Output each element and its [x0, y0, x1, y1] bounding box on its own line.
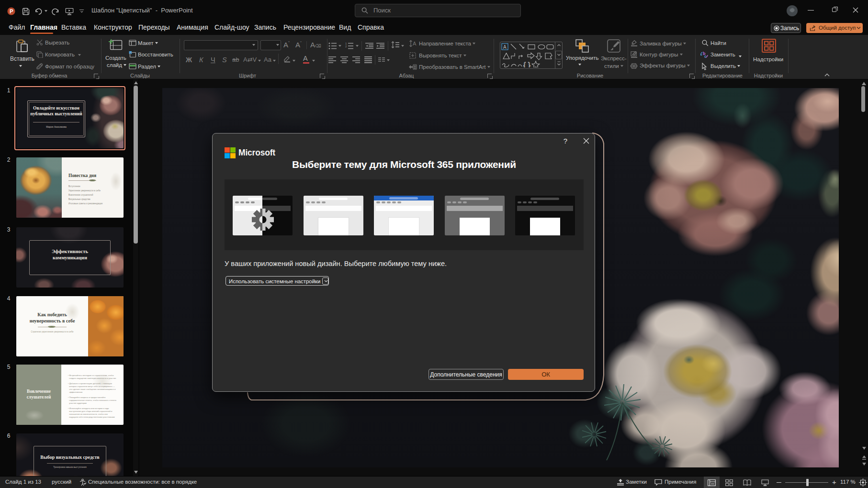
- svg-text:А: А: [503, 44, 507, 50]
- svg-text:c: c: [704, 54, 707, 59]
- svg-text:b: b: [703, 51, 706, 56]
- svg-text:1: 1: [345, 42, 347, 45]
- svg-text:}: }: [528, 61, 530, 67]
- svg-text:{: {: [523, 61, 526, 67]
- svg-text:А: А: [413, 41, 417, 46]
- svg-text:2: 2: [345, 45, 347, 48]
